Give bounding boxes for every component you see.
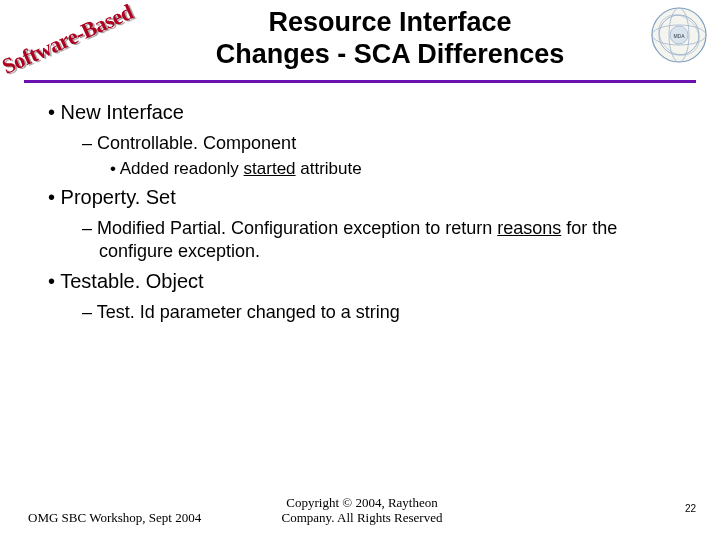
svg-text:MDA: MDA	[673, 33, 685, 39]
underline-reasons: reasons	[497, 218, 561, 238]
software-based-badge: Software-Based Software-Based	[2, 0, 122, 86]
badge-text: Software-Based	[0, 0, 137, 80]
bullet-new-interface: New Interface	[48, 100, 684, 126]
footer-center: Copyright © 2004, Raytheon Company. All …	[28, 495, 696, 526]
slide: Software-Based Software-Based Resource I…	[0, 0, 720, 540]
page-number: 22	[685, 503, 696, 514]
copyright-line-2: Company. All Rights Reserved	[282, 510, 443, 525]
text-fragment: Added readonly	[120, 159, 244, 178]
slide-body: New Interface Controllable. Component Ad…	[48, 96, 684, 327]
text-fragment: attribute	[296, 159, 362, 178]
bullet-property-set: Property. Set	[48, 185, 684, 211]
omg-mda-logo-icon: MDA	[650, 6, 708, 64]
bullet-partial-configuration: Modified Partial. Configuration exceptio…	[82, 217, 684, 263]
slide-header: Software-Based Software-Based Resource I…	[0, 0, 720, 80]
bullet-controllable-component: Controllable. Component	[82, 132, 684, 155]
copyright-line-1: Copyright © 2004, Raytheon	[286, 495, 437, 510]
title-line-2: Changes - SCA Differences	[216, 39, 565, 69]
header-divider	[24, 80, 696, 83]
underline-started: started	[244, 159, 296, 178]
slide-title: Resource Interface Changes - SCA Differe…	[140, 6, 640, 71]
badge-shadow: Software-Based	[0, 0, 139, 81]
bullet-testable-object: Testable. Object	[48, 269, 684, 295]
bullet-started-attribute: Added readonly started attribute	[110, 158, 684, 180]
text-fragment: Modified Partial. Configuration exceptio…	[97, 218, 497, 238]
title-line-1: Resource Interface	[268, 7, 511, 37]
bullet-testid-string: Test. Id parameter changed to a string	[82, 301, 684, 324]
